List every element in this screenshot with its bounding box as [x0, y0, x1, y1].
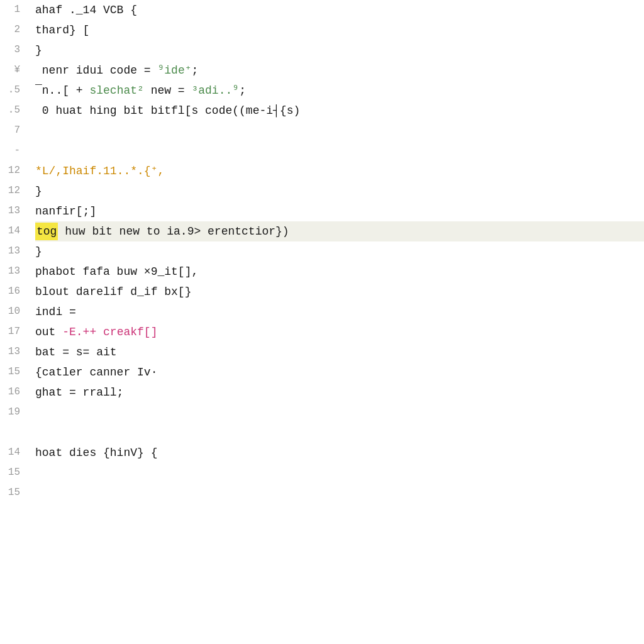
line-number: 13	[5, 242, 20, 262]
code-line: nanfir[;]	[35, 201, 644, 221]
code-line: ghat = rrall;	[35, 382, 644, 402]
code-token-highlighted: tog	[35, 223, 58, 241]
code-token-green: ³adi..⁹	[191, 82, 239, 100]
line-number: 15	[5, 362, 20, 382]
code-token-green: slechat²	[89, 82, 143, 100]
code-line: phabot fafa buw ×9_it[],	[35, 262, 644, 282]
code-token-default: nenr idui code =	[35, 62, 157, 80]
code-content[interactable]: ahaf ._14 VCB {thard} [} nenr idui code …	[25, 0, 644, 644]
code-token-default: huw bit new to ia.9> erentctior})	[58, 223, 289, 241]
code-token-default: bat = s= ait	[35, 343, 117, 362]
code-token-default: hoat dies {hinV} {	[35, 444, 157, 462]
code-token-default: {catler canner Iv·	[35, 364, 157, 382]
code-token-default: }	[35, 42, 42, 60]
line-numbers: 123¥.5.57-121213141313161017131516191415…	[0, 0, 25, 644]
code-line: hoat dies {hinV} {	[35, 443, 644, 463]
code-line	[35, 141, 644, 161]
code-token-default: ;	[239, 82, 246, 100]
line-number: 1	[5, 0, 20, 20]
code-token-default: thard} [	[35, 21, 89, 40]
code-token-default: phabot fafa buw ×9_it[],	[35, 263, 198, 281]
line-number: .5	[5, 80, 20, 101]
code-line: }	[35, 242, 644, 262]
code-line: }	[35, 40, 644, 60]
code-token-default: }	[35, 182, 42, 201]
line-number: .5	[5, 101, 20, 121]
code-token-green: ⁹ide⁺	[157, 62, 191, 80]
line-number: 14	[5, 443, 20, 463]
line-number: 15	[5, 463, 20, 483]
code-editor: 123¥.5.57-121213141313161017131516191415…	[0, 0, 644, 644]
code-line	[35, 483, 644, 503]
code-line: }	[35, 181, 644, 201]
line-number: 12	[5, 161, 20, 181]
code-token-default: ;	[192, 62, 199, 80]
code-token-default: out	[35, 323, 62, 341]
line-number: 15	[5, 483, 20, 503]
line-number: 14	[5, 221, 20, 242]
line-number: 16	[5, 382, 20, 402]
line-number: 10	[5, 302, 20, 322]
code-token-default: }	[35, 243, 42, 261]
code-token-default: blout darelif d_if bx[}	[35, 283, 191, 301]
code-line: tog huw bit new to ia.9> erentctior})	[35, 221, 644, 242]
code-line	[35, 463, 644, 483]
code-token-default: nanfir[;]	[35, 203, 96, 221]
code-line: bat = s= ait	[35, 342, 644, 362]
code-line	[35, 423, 644, 443]
code-line: ¯n..[ + slechat² new = ³adi..⁹;	[35, 80, 644, 101]
code-token-default: new =	[144, 82, 192, 100]
code-token-default: ¯n..[ +	[35, 82, 89, 100]
code-token-pink: -E.++ creakf[]	[62, 323, 157, 341]
code-token-default: ghat = rrall;	[35, 384, 123, 402]
line-number: 19	[5, 402, 20, 423]
code-token-default: indi =	[35, 303, 76, 321]
code-line: 0 huat hing bit bitfl[s code((me-i┤{s)	[35, 101, 644, 121]
code-line: {catler canner Iv·	[35, 362, 644, 382]
code-line: ahaf ._14 VCB {	[35, 0, 644, 20]
line-number: 13	[5, 262, 20, 282]
line-number: 7	[5, 121, 20, 141]
code-token-orange: *L/,	[35, 162, 62, 180]
line-number	[5, 423, 20, 443]
code-line: out -E.++ creakf[]	[35, 322, 644, 342]
line-number: -	[5, 141, 20, 161]
code-token-orange: Ihaif.11..*.{⁺,	[62, 162, 164, 180]
line-number: 3	[5, 40, 20, 60]
code-line: thard} [	[35, 20, 644, 40]
code-line	[35, 121, 644, 141]
line-number: 13	[5, 342, 20, 362]
code-token-default: ahaf ._14 VCB {	[35, 1, 137, 19]
line-number: 2	[5, 20, 20, 40]
code-line: indi =	[35, 302, 644, 322]
code-line	[35, 402, 644, 423]
line-number: 12	[5, 181, 20, 201]
code-line: *L/,Ihaif.11..*.{⁺,	[35, 161, 644, 181]
line-number: 16	[5, 282, 20, 302]
line-number: 17	[5, 322, 20, 342]
code-line: blout darelif d_if bx[}	[35, 282, 644, 302]
code-line: nenr idui code = ⁹ide⁺;	[35, 60, 644, 80]
code-token-default: 0 huat hing bit bitfl[s code((me-i┤{s)	[35, 102, 300, 120]
line-number: 13	[5, 201, 20, 221]
line-number: ¥	[5, 60, 20, 80]
